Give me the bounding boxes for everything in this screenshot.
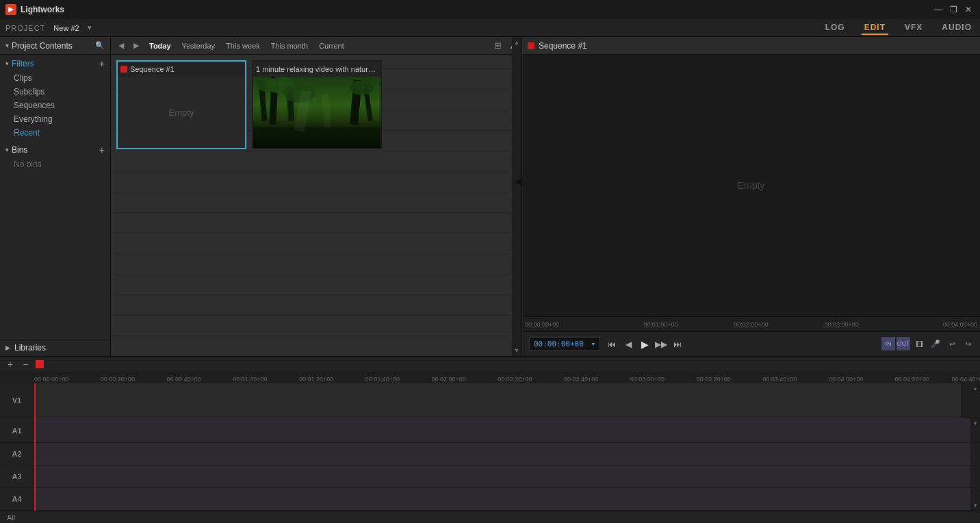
thumb-body-seq1: Empty bbox=[118, 77, 245, 148]
today-button[interactable]: Today bbox=[145, 40, 175, 51]
step-forward-button[interactable]: ▶▶ bbox=[654, 337, 669, 352]
zoom-in-button[interactable]: + bbox=[4, 358, 16, 370]
timeline-red-marker bbox=[36, 360, 44, 368]
content-toolbar: ◀ ▶ Today Yesterday This week This month… bbox=[111, 37, 521, 55]
go-to-start-button[interactable]: ⏮ bbox=[604, 337, 619, 352]
filters-section-header[interactable]: ▾ Filters + bbox=[0, 56, 110, 71]
track-label-v1: V1 bbox=[0, 383, 34, 418]
a4-scroll-down2[interactable]: ▼ bbox=[970, 500, 980, 510]
preview-panel: Sequence #1 Empty 00:00:00+00 00:01:00+0… bbox=[521, 37, 980, 356]
track-a3: A3 bbox=[0, 465, 980, 488]
tick-12: 00:04:00+00 bbox=[829, 376, 863, 383]
filters-section: ▾ Filters + Clips Subclips Sequences Eve… bbox=[0, 55, 110, 141]
sidebar-item-sequences[interactable]: Sequences bbox=[0, 99, 110, 112]
redo-button[interactable]: ↪ bbox=[961, 337, 976, 352]
tab-audio[interactable]: AUDIO bbox=[939, 21, 975, 35]
timecode-value: 00:00:00+00 bbox=[534, 340, 584, 348]
sidebar-item-everything[interactable]: Everything bbox=[0, 112, 110, 126]
nav-back-button[interactable]: ◀ bbox=[115, 40, 127, 52]
window-controls: — ❐ ✕ bbox=[932, 3, 975, 16]
foliage3 bbox=[350, 80, 374, 95]
timecode-dropdown-icon[interactable]: ▾ bbox=[591, 340, 595, 348]
add-filter-button[interactable]: + bbox=[99, 58, 105, 69]
app-icon bbox=[5, 4, 16, 15]
sidebar: ▾ Project Contents 🔍 ▾ Filters + Clips S… bbox=[0, 37, 111, 356]
playhead bbox=[34, 383, 36, 511]
content-scrollbar[interactable]: ▲ ▼ bbox=[512, 37, 521, 356]
sidebar-item-recent[interactable]: Recent bbox=[0, 126, 110, 140]
sidebar-item-clips[interactable]: Clips bbox=[0, 71, 110, 85]
undo-button[interactable]: ↩ bbox=[944, 337, 959, 352]
main-area: ▾ Project Contents 🔍 ▾ Filters + Clips S… bbox=[0, 37, 980, 356]
step-back-button[interactable]: ◀ bbox=[621, 337, 636, 352]
audio-button[interactable]: 🎤 bbox=[928, 337, 943, 352]
light-beam2 bbox=[322, 94, 331, 129]
media-item-sequence1[interactable]: Sequence #1 Empty bbox=[116, 60, 246, 149]
track-label-a3: A3 bbox=[0, 465, 34, 487]
add-bin-button[interactable]: + bbox=[99, 144, 105, 155]
tick-2: 00:00:40+00 bbox=[166, 376, 201, 383]
project-name[interactable]: New #2 bbox=[53, 24, 79, 32]
track-label-a1: A1 bbox=[0, 418, 34, 442]
sidebar-footer: ▶ Libraries bbox=[0, 339, 110, 356]
scroll-down-btn[interactable]: ▼ bbox=[511, 345, 521, 356]
preview-red-dot bbox=[528, 42, 534, 49]
minimize-button[interactable]: — bbox=[932, 3, 944, 16]
nav-forward-button[interactable]: ▶ bbox=[130, 40, 142, 52]
play-button[interactable]: ▶ bbox=[637, 337, 652, 352]
tick-4: 00:01:20+00 bbox=[299, 376, 333, 383]
v1-scrollbar[interactable]: ▲ bbox=[970, 383, 980, 418]
track-content-a4[interactable] bbox=[34, 488, 970, 510]
bins-arrow-icon: ▾ bbox=[5, 146, 9, 153]
v1-scroll-up[interactable]: ▲ bbox=[970, 383, 980, 393]
track-content-a3[interactable] bbox=[34, 465, 970, 487]
close-button[interactable]: ✕ bbox=[962, 3, 975, 16]
timeline-ruler-wrapper: 00:00:00+00 00:00:20+00 00:00:40+00 00:0… bbox=[0, 372, 980, 384]
preview-empty-label: Empty bbox=[738, 180, 765, 191]
track-content-v1[interactable] bbox=[34, 383, 970, 418]
mark-button[interactable]: 🎞 bbox=[912, 337, 927, 352]
zoom-out-button[interactable]: − bbox=[19, 358, 31, 370]
in-point-button[interactable]: IN bbox=[881, 337, 895, 350]
sidebar-title: Project Contents bbox=[12, 41, 95, 51]
track-a1: A1 ▼ bbox=[0, 418, 980, 443]
this-week-button[interactable]: This week bbox=[222, 40, 264, 51]
project-dropdown-icon[interactable]: ▾ bbox=[88, 23, 92, 32]
out-point-button[interactable]: OUT bbox=[897, 337, 910, 350]
libraries-row[interactable]: ▶ Libraries bbox=[0, 340, 110, 356]
bins-section: ▾ Bins + No bins bbox=[0, 141, 110, 173]
filters-arrow-icon: ▾ bbox=[5, 60, 9, 67]
sidebar-header: ▾ Project Contents 🔍 bbox=[0, 37, 110, 55]
track-content-a1[interactable] bbox=[34, 418, 970, 442]
red-dot-seq1 bbox=[120, 66, 127, 73]
track-content-a2[interactable] bbox=[34, 443, 970, 465]
content-area: ◀ ▶ Today Yesterday This week This month… bbox=[111, 37, 521, 356]
this-month-button[interactable]: This month bbox=[267, 40, 312, 51]
timeline-ruler: 00:00:00+00 00:00:20+00 00:00:40+00 00:0… bbox=[34, 372, 980, 384]
bins-section-header[interactable]: ▾ Bins + bbox=[0, 142, 110, 157]
maximize-button[interactable]: ❐ bbox=[947, 3, 959, 16]
media-item-nature[interactable]: 1 minute relaxing video with nature - A … bbox=[252, 60, 382, 149]
tab-edit[interactable]: EDIT bbox=[862, 21, 888, 35]
grid-view-button[interactable]: ⊞ bbox=[490, 40, 505, 52]
libraries-arrow-icon: ▶ bbox=[5, 344, 10, 351]
go-to-end-button[interactable]: ⏭ bbox=[670, 337, 685, 352]
a4-scrollbar[interactable]: ▼ bbox=[970, 488, 980, 510]
a1-scrollbar[interactable]: ▼ bbox=[970, 418, 980, 442]
svg-marker-0 bbox=[8, 7, 14, 12]
a1-scroll-down[interactable]: ▼ bbox=[970, 418, 980, 428]
project-label: PROJECT bbox=[5, 24, 45, 32]
timeline-section: + − 00:00:00+00 00:00:20+00 00:00:40+00 … bbox=[0, 356, 980, 523]
sidebar-item-subclips[interactable]: Subclips bbox=[0, 85, 110, 99]
search-icon[interactable]: 🔍 bbox=[95, 41, 105, 50]
thumb-body-nature bbox=[253, 77, 381, 148]
tab-log[interactable]: LOG bbox=[823, 21, 848, 35]
tick-9: 00:03:00+00 bbox=[630, 376, 665, 383]
tab-vfx[interactable]: VFX bbox=[902, 21, 925, 35]
timeline-tracks: V1 ▲ A1 ▼ A2 A3 A4 bbox=[0, 383, 980, 511]
yesterday-button[interactable]: Yesterday bbox=[178, 40, 220, 51]
scroll-up-btn[interactable]: ▲ bbox=[511, 37, 521, 48]
timecode-display[interactable]: 00:00:00+00 ▾ bbox=[529, 337, 600, 350]
tick-0: 00:00:00+00 bbox=[34, 376, 68, 383]
current-button[interactable]: Current bbox=[315, 40, 348, 51]
